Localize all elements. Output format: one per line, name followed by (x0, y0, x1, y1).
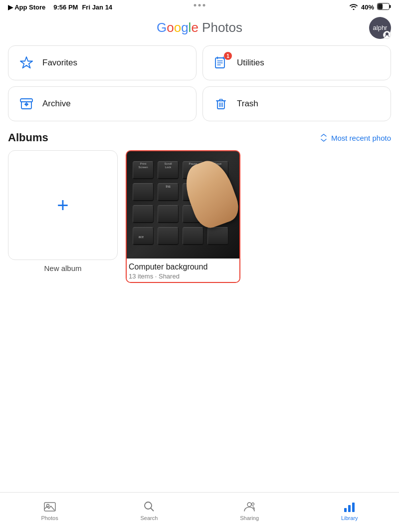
svg-point-9 (247, 503, 251, 507)
album-info: Computer background 13 items · Shared (127, 259, 239, 282)
nav-search[interactable]: Search (130, 496, 168, 525)
svg-rect-13 (352, 503, 355, 512)
utilities-badge: 1 (224, 52, 232, 60)
star-icon (18, 55, 34, 71)
archive-card[interactable]: Archive (8, 86, 197, 121)
status-bar: ▶ App Store 9:56 PM Fri Jan 14 40% (0, 0, 399, 14)
library-icon (343, 500, 356, 513)
search-icon (143, 500, 156, 513)
utility-grid: Favorites 1 Utilities Archive (0, 41, 399, 127)
albums-grid: + New album Ins Delete (0, 150, 399, 283)
photos-icon (43, 500, 56, 513)
keyboard-image: Ins Delete PrintScreen ScrollLock Pause (127, 151, 239, 259)
album-meta: 13 items · Shared (129, 272, 237, 280)
album-name: Computer background (129, 263, 237, 271)
svg-rect-12 (348, 505, 351, 512)
new-album-label: New album (36, 264, 89, 272)
svg-rect-11 (344, 508, 347, 512)
svg-rect-1 (390, 5, 391, 8)
trash-icon (213, 96, 229, 112)
status-left: ▶ App Store 9:56 PM Fri Jan 14 (8, 3, 112, 11)
nav-sharing[interactable]: Sharing (230, 496, 269, 525)
trash-label: Trash (237, 99, 258, 109)
archive-label: Archive (42, 99, 71, 109)
photos-nav-label: Photos (41, 515, 58, 521)
app-store-label: ▶ App Store (8, 3, 45, 11)
albums-header: Albums Most recent photo (0, 127, 399, 150)
svg-point-10 (252, 503, 254, 505)
time: 9:56 PM (53, 3, 78, 11)
wifi-icon (349, 3, 358, 11)
bottom-nav: Photos Search Sharing (0, 492, 399, 532)
sharing-nav-label: Sharing (240, 515, 259, 521)
utilities-card[interactable]: 1 Utilities (202, 45, 391, 80)
drag-handle (194, 4, 205, 6)
search-nav-label: Search (140, 515, 158, 521)
battery-icon (377, 3, 391, 11)
date: Fri Jan 14 (82, 3, 112, 11)
avatar-button[interactable]: alphr (369, 17, 391, 39)
sort-icon (319, 133, 328, 142)
new-album-card[interactable]: + (8, 150, 118, 260)
most-recent-label: Most recent photo (331, 134, 391, 142)
google-photos-logo: Google Photos (157, 20, 242, 35)
app-header: Google Photos alphr (0, 14, 399, 41)
album-card[interactable]: Ins Delete PrintScreen ScrollLock Pause (126, 150, 240, 283)
favorites-label: Favorites (42, 58, 77, 68)
svg-rect-2 (378, 3, 383, 9)
library-nav-label: Library (341, 515, 358, 521)
favorites-card[interactable]: Favorites (8, 45, 197, 80)
nav-photos[interactable]: Photos (31, 496, 68, 525)
status-right: 40% (349, 3, 391, 11)
archive-icon (18, 96, 34, 112)
utilities-icon: 1 (213, 55, 229, 71)
new-album-wrapper: + New album (8, 150, 118, 283)
album-thumbnail: Ins Delete PrintScreen ScrollLock Pause (127, 151, 239, 259)
add-icon: + (57, 195, 68, 215)
sharing-icon (243, 500, 256, 513)
most-recent-button[interactable]: Most recent photo (319, 133, 391, 142)
avatar-text: alphr (373, 24, 388, 31)
svg-rect-4 (20, 99, 32, 102)
avatar-badge (383, 31, 391, 39)
utilities-label: Utilities (237, 58, 264, 68)
trash-card[interactable]: Trash (202, 86, 391, 121)
albums-title: Albums (8, 131, 48, 144)
nav-library[interactable]: Library (331, 496, 368, 525)
battery-text: 40% (361, 3, 374, 11)
